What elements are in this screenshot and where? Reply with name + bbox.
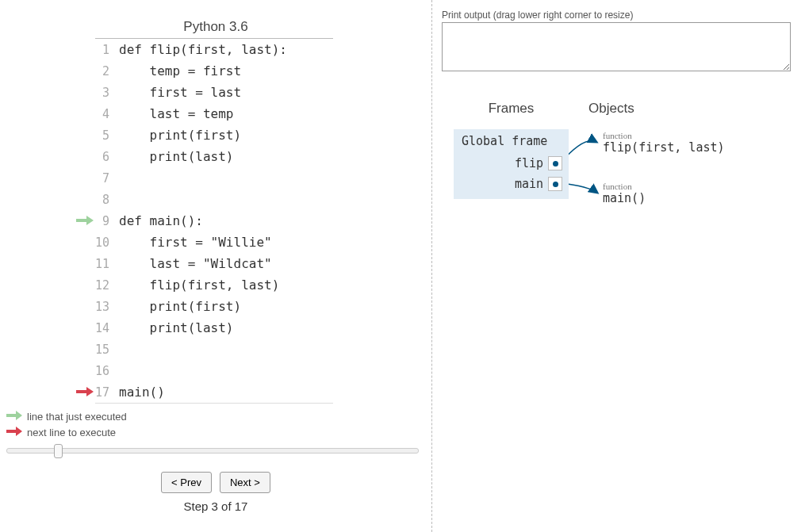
objects-header: Objects — [588, 101, 634, 117]
step-slider[interactable] — [6, 448, 425, 464]
code-line: 17main() — [95, 381, 333, 403]
code-text: first = "Willie" — [119, 235, 272, 250]
code-line: 8 — [95, 189, 333, 210]
code-line: 2 temp = first — [95, 60, 333, 82]
code-line: 4 last = temp — [95, 103, 333, 124]
next-button[interactable]: Next > — [220, 472, 270, 493]
code-line: 3 first = last — [95, 82, 333, 103]
heap-object: function flip(first, last) — [603, 131, 725, 155]
frame-var-row: main — [454, 174, 569, 194]
code-text: first = last — [119, 85, 241, 100]
code-line: 10 first = "Willie" — [95, 232, 333, 253]
global-frame: Global frame flip main — [454, 129, 569, 199]
line-number: 11 — [95, 257, 119, 271]
code-text: def main(): — [119, 213, 203, 228]
output-label: Print output (drag lower right corner to… — [442, 10, 795, 21]
visualization-pane: Print output (drag lower right corner to… — [432, 0, 805, 532]
arrow-red-icon — [6, 427, 22, 438]
var-name: flip — [515, 156, 543, 170]
just-executed-arrow-icon — [70, 215, 94, 228]
code-line: 7 — [95, 167, 333, 189]
code-text: last = temp — [119, 106, 234, 121]
code-line: 6 print(last) — [95, 146, 333, 167]
line-number: 13 — [95, 300, 119, 314]
code-text: last = "Wildcat" — [119, 256, 272, 271]
code-text: print(first) — [119, 299, 241, 314]
frame-var-row: flip — [454, 153, 569, 174]
pointer-dot-icon — [548, 156, 562, 170]
line-number: 14 — [95, 321, 119, 335]
line-number: 3 — [95, 86, 119, 100]
line-number: 15 — [95, 343, 119, 357]
line-number: 17 — [95, 385, 119, 400]
output-textarea[interactable] — [442, 22, 791, 71]
code-text: main() — [119, 385, 165, 400]
legend: line that just executed next line to exe… — [6, 408, 431, 440]
prev-button[interactable]: < Prev — [161, 472, 212, 493]
object-signature: main() — [603, 191, 646, 205]
heap-object: function main() — [603, 182, 646, 205]
frame-title: Global frame — [454, 134, 569, 148]
line-number: 9 — [95, 214, 119, 228]
pointer-dot-icon — [548, 177, 562, 191]
line-number: 7 — [95, 171, 119, 186]
code-text: flip(first, last) — [119, 277, 279, 293]
language-title: Python 3.6 — [0, 19, 431, 35]
line-number: 2 — [95, 64, 119, 78]
line-number: 1 — [95, 43, 119, 57]
line-number: 5 — [95, 128, 119, 143]
code-line: 15 — [95, 339, 333, 360]
code-line: 9def main(): — [95, 210, 333, 232]
line-number: 6 — [95, 150, 119, 164]
object-type: function — [603, 131, 725, 140]
next-line-arrow-icon — [70, 386, 94, 399]
line-number: 8 — [95, 193, 119, 207]
code-text: print(first) — [119, 128, 241, 143]
step-indicator: Step 3 of 17 — [0, 499, 431, 513]
line-number: 4 — [95, 107, 119, 121]
arrow-green-icon — [6, 411, 22, 423]
code-pane: Python 3.6 1def flip(first, last):2 temp… — [0, 0, 432, 532]
line-number: 10 — [95, 235, 119, 250]
code-line: 11 last = "Wildcat" — [95, 253, 333, 274]
object-signature: flip(first, last) — [603, 140, 725, 155]
code-line: 16 — [95, 360, 333, 381]
code-text: print(last) — [119, 149, 234, 164]
code-line: 1def flip(first, last): — [95, 39, 333, 60]
object-type: function — [603, 182, 646, 191]
legend-next: next line to execute — [27, 427, 116, 438]
code-line: 5 print(first) — [95, 124, 333, 146]
line-number: 12 — [95, 278, 119, 293]
code-line: 14 print(last) — [95, 317, 333, 339]
frames-header: Frames — [442, 101, 581, 117]
code-text: def flip(first, last): — [119, 42, 287, 57]
code-line: 12 flip(first, last) — [95, 274, 333, 296]
code-text: temp = first — [119, 63, 241, 78]
var-name: main — [515, 177, 543, 191]
code-block: 1def flip(first, last):2 temp = first3 f… — [95, 38, 333, 404]
code-text: print(last) — [119, 320, 234, 335]
line-number: 16 — [95, 364, 119, 378]
legend-just-executed: line that just executed — [27, 411, 127, 423]
code-line: 13 print(first) — [95, 296, 333, 317]
